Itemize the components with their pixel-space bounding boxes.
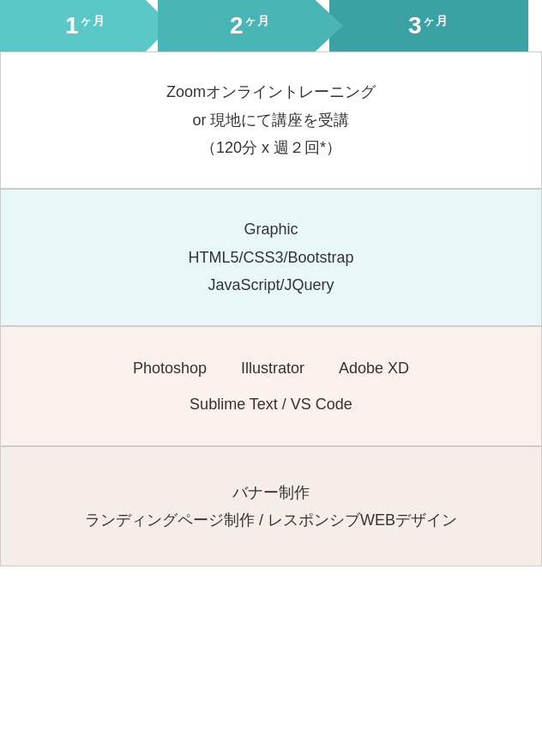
tools-row1: Photoshop Illustrator Adobe XD (133, 354, 409, 382)
tech-text: Graphic HTML5/CSS3/Bootstrap JavaScript/… (188, 215, 353, 299)
training-line3: （120分 x 週２回*） (166, 134, 376, 161)
tool-sublime: Sublime Text / VS Code (190, 396, 352, 413)
main-container: 1ヶ月 2ヶ月 3ヶ月 Zoomオンライントレーニング or 現地にて講座を受講… (0, 0, 542, 756)
tools-row2: Sublime Text / VS Code (190, 390, 352, 418)
training-text: Zoomオンライントレーニング or 現地にて講座を受講 （120分 x 週２回… (166, 78, 376, 161)
design-line1: バナー制作 (85, 479, 457, 506)
design-text: バナー制作 ランディングページ制作 / レスポンシブWEBデザイン (85, 479, 457, 535)
tab-month-1: 1ヶ月 (0, 0, 172, 51)
tech-line2: HTML5/CSS3/Bootstrap (188, 244, 353, 271)
tool-adobexd: Adobe XD (339, 354, 409, 382)
training-line1: Zoomオンライントレーニング (166, 78, 376, 106)
tab2-number: 2ヶ月 (230, 12, 271, 39)
tool-photoshop: Photoshop (133, 354, 207, 382)
tab-month-2: 2ヶ月 (158, 0, 343, 51)
section-tech: Graphic HTML5/CSS3/Bootstrap JavaScript/… (0, 189, 542, 326)
tab3-number: 3ヶ月 (408, 12, 449, 39)
tab1-number: 1ヶ月 (65, 12, 106, 39)
section-tools: Photoshop Illustrator Adobe XD Sublime T… (0, 326, 542, 446)
tab-month-3: 3ヶ月 (329, 0, 528, 51)
tech-line3: JavaScript/JQuery (188, 271, 353, 299)
design-line2: ランディングページ制作 / レスポンシブWEBデザイン (85, 506, 457, 534)
training-line2: or 現地にて講座を受講 (166, 106, 376, 134)
section-design: バナー制作 ランディングページ制作 / レスポンシブWEBデザイン (0, 446, 542, 566)
section-training: Zoomオンライントレーニング or 現地にて講座を受講 （120分 x 週２回… (0, 51, 542, 189)
tool-illustrator: Illustrator (241, 354, 304, 382)
header-tabs: 1ヶ月 2ヶ月 3ヶ月 (0, 0, 542, 51)
tech-line1: Graphic (188, 215, 353, 243)
